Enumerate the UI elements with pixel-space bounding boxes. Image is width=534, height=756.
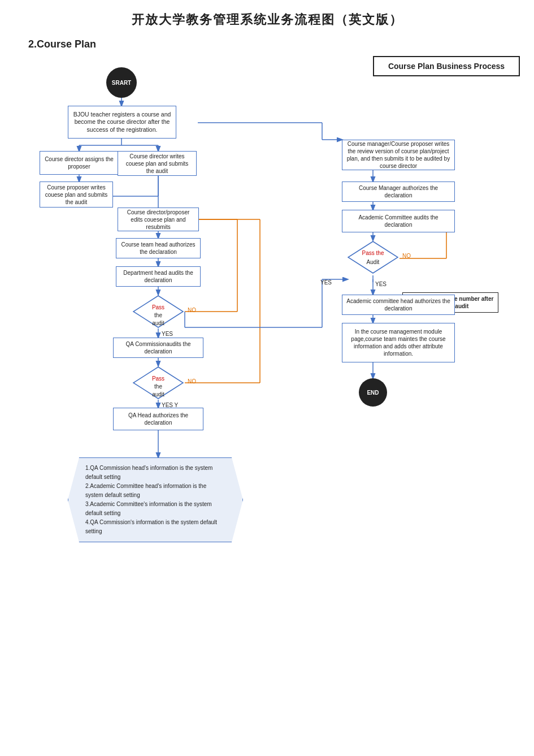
bjou-register-box: BJOU teacher registers a course and beco… xyxy=(68,106,176,139)
no3-label: NO xyxy=(402,253,411,259)
page: 开放大学教务管理系统业务流程图（英文版） 2.Course Plan Cours… xyxy=(0,0,534,756)
note-item-3: 3.Academic Committee's information is th… xyxy=(85,500,225,518)
academic-head-auth-box: Academic committee head authorizes the d… xyxy=(342,295,455,315)
no1-label: NO xyxy=(188,307,196,313)
pass-audit2-diamond: Pass the audit xyxy=(132,366,184,400)
svg-text:the: the xyxy=(154,383,162,390)
svg-text:Pass the: Pass the xyxy=(362,250,384,256)
svg-text:audit: audit xyxy=(152,320,164,326)
yes3-left-label: YES xyxy=(320,279,332,286)
note-item-1: 1.QA Commission head's information is th… xyxy=(85,464,225,482)
course-mgr-auth-box: Course Manager authorizes the declaratio… xyxy=(342,182,455,202)
course-mgmt-page-box: In the course management module page,cou… xyxy=(342,323,455,362)
qa-commission-audit-box: QA Commissionaudits the declaration xyxy=(113,338,203,358)
note-box: 1.QA Commission head's information is th… xyxy=(68,457,243,542)
course-mgr-writes-box: Course manager/Course proposer writes th… xyxy=(342,140,455,170)
flowchart-area: Course Plan Business Process xyxy=(23,56,520,650)
svg-text:Pass: Pass xyxy=(152,375,164,382)
no2-label: NO xyxy=(188,378,196,385)
yes3-down-label: YES xyxy=(375,281,387,287)
svg-text:the: the xyxy=(154,312,162,318)
end-circle: END xyxy=(359,378,387,407)
academic-committee-audit-box: Academic Committee audits the declaratio… xyxy=(342,210,455,232)
dept-head-audit-box: Department head audits the declaration xyxy=(116,266,201,287)
director-edits-box: Course director/proposer edits couese pl… xyxy=(118,208,199,231)
svg-text:Pass: Pass xyxy=(152,304,164,310)
svg-text:Audit: Audit xyxy=(367,259,380,265)
note-item-2: 2.Academic Committee head's information … xyxy=(85,482,225,500)
start-circle: SRART xyxy=(106,67,137,98)
title-box: Course Plan Business Process xyxy=(373,56,520,76)
director-writes-box: Course director writes couese plan and s… xyxy=(118,151,197,176)
proposer-writes-box: Course proposer writes couese plan and s… xyxy=(40,182,113,208)
pass-audit1-diamond: Pass the audit xyxy=(132,295,184,329)
yes1-label: YES xyxy=(162,331,173,337)
svg-marker-48 xyxy=(348,241,398,273)
assign-proposer-box: Course director assigns the proposer xyxy=(40,151,119,175)
team-head-auth-box: Course team head authorizes the declarat… xyxy=(116,238,201,258)
main-title: 开放大学教务管理系统业务流程图（英文版） xyxy=(23,11,511,28)
svg-text:audit: audit xyxy=(152,391,164,398)
section-title: 2.Course Plan xyxy=(28,38,511,50)
pass-audit3-diamond: Pass the Audit xyxy=(347,240,399,274)
qa-head-auth-box: QA Head authorizes the declaration xyxy=(113,408,203,430)
note-item-4: 4.QA Commission's information is the sys… xyxy=(85,518,225,536)
